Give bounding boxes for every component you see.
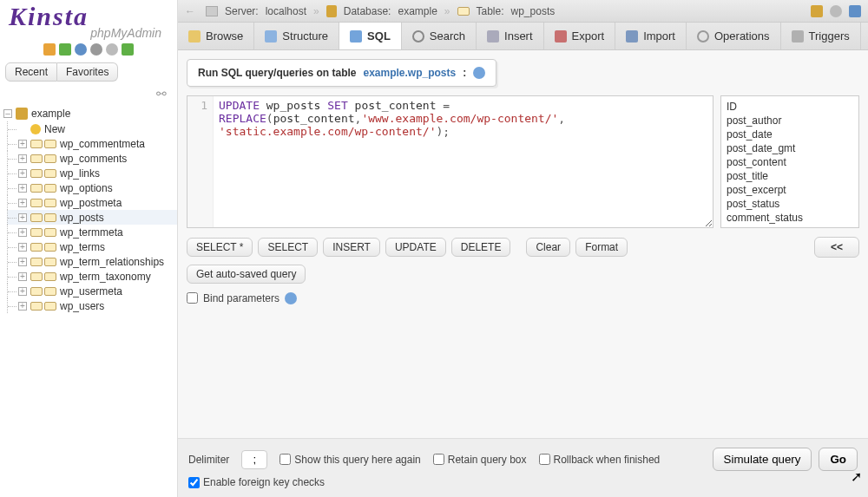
home-icon[interactable] (43, 43, 56, 56)
favorites-button[interactable]: Favorites (57, 62, 118, 82)
logout-icon[interactable] (59, 43, 71, 56)
collapse-columns-button[interactable]: << (814, 237, 859, 258)
go-button[interactable]: Go (819, 448, 858, 471)
delimiter-label: Delimiter (188, 454, 229, 466)
column-item[interactable]: post_status (727, 197, 853, 211)
column-item[interactable]: post_author (727, 114, 853, 128)
simulate-button[interactable]: Simulate query (713, 448, 812, 471)
expand-icon[interactable]: + (18, 213, 27, 222)
expand-icon[interactable]: + (18, 228, 27, 237)
tab-structure[interactable]: Structure (254, 23, 339, 49)
recent-button[interactable]: Recent (5, 62, 57, 82)
tree-item-label[interactable]: wp_users (60, 300, 104, 312)
expand-icon[interactable]: + (18, 272, 27, 281)
tab-export[interactable]: Export (544, 23, 616, 49)
tree-item-label[interactable]: wp_terms (60, 241, 105, 253)
help-icon[interactable] (285, 292, 297, 304)
sql-editor[interactable]: 1 UPDATE wp_posts SET post_content = REP… (187, 95, 713, 228)
expand-icon[interactable]: + (18, 243, 27, 252)
tree-item-label[interactable]: New (44, 123, 65, 135)
tree-item-label[interactable]: wp_termmeta (60, 226, 123, 239)
expand-icon[interactable]: + (18, 199, 27, 207)
tree-item[interactable]: +wp_term_relationships (7, 254, 177, 269)
tree-item[interactable]: +wp_usermeta (7, 284, 177, 298)
tree-item[interactable]: +wp_options (7, 180, 177, 195)
settings-icon[interactable] (830, 5, 842, 17)
foreign-keys-checkbox[interactable] (188, 477, 200, 488)
tree-item-label[interactable]: wp_options (60, 182, 113, 194)
tree-item-label[interactable]: wp_posts (60, 212, 104, 224)
tree-item-label[interactable]: wp_postmeta (60, 197, 122, 209)
database-name[interactable]: example (31, 108, 70, 120)
tab-browse[interactable]: Browse (178, 23, 254, 49)
tab-sql[interactable]: SQL (339, 23, 402, 49)
tree-item-label[interactable]: wp_term_relationships (60, 256, 164, 268)
tree-item[interactable]: +wp_terms (7, 239, 177, 254)
tree-item-label[interactable]: wp_usermeta (60, 285, 122, 298)
prompt-target[interactable]: example.wp_posts (363, 67, 456, 79)
tree-item[interactable]: +wp_comments (7, 151, 177, 166)
column-item[interactable]: post_date (727, 128, 853, 141)
tab-search[interactable]: Search (402, 23, 477, 49)
tree-item-label[interactable]: wp_links (60, 167, 100, 180)
column-item[interactable]: ping_status (727, 225, 853, 228)
show-again-checkbox[interactable] (279, 454, 291, 465)
rollback-checkbox[interactable] (539, 454, 550, 465)
retain-checkbox[interactable] (433, 454, 444, 465)
tree-item[interactable]: New (7, 121, 177, 136)
tab-import[interactable]: Import (615, 23, 687, 49)
column-item[interactable]: ID (727, 100, 853, 114)
column-item[interactable]: post_excerpt (727, 183, 853, 197)
tree-item-label[interactable]: wp_term_taxonomy (60, 271, 151, 283)
back-icon[interactable]: ← (185, 5, 199, 17)
autosave-button[interactable]: Get auto-saved query (187, 265, 306, 284)
tree-item[interactable]: +wp_postmeta (7, 195, 177, 210)
tab-insert[interactable]: Insert (477, 23, 544, 49)
clear-button[interactable]: Clear (526, 238, 570, 257)
tree-item[interactable]: +wp_commentmeta (7, 136, 177, 151)
expand-icon[interactable]: + (18, 154, 27, 163)
select-star-button[interactable]: SELECT * (187, 238, 253, 257)
expand-icon[interactable]: + (18, 184, 27, 193)
gear-icon[interactable] (106, 43, 118, 56)
tree-root[interactable]: – example (2, 106, 177, 121)
database-name[interactable]: example (398, 5, 437, 17)
expand-icon[interactable]: + (18, 258, 27, 266)
nav-settings-icon[interactable] (90, 43, 102, 56)
tree-item[interactable]: +wp_posts (7, 210, 177, 225)
tree-item[interactable]: +wp_users (7, 298, 177, 313)
column-item[interactable]: comment_status (727, 211, 853, 225)
column-item[interactable]: post_title (727, 169, 853, 183)
insert-button[interactable]: INSERT (323, 238, 380, 257)
table-name[interactable]: wp_posts (511, 5, 556, 17)
expand-icon[interactable]: + (18, 169, 27, 178)
tree-item[interactable]: +wp_term_taxonomy (7, 269, 177, 284)
expand-icon[interactable]: + (18, 287, 27, 296)
delete-button[interactable]: DELETE (451, 238, 511, 257)
tree-item[interactable]: +wp_termmeta (7, 225, 177, 239)
server-name[interactable]: localhost (266, 5, 306, 17)
update-button[interactable]: UPDATE (385, 238, 446, 257)
bind-params-checkbox[interactable] (187, 292, 198, 304)
collapse-icon[interactable]: – (3, 109, 12, 118)
expand-icon[interactable]: + (18, 140, 27, 148)
tree-item[interactable]: +wp_links (7, 166, 177, 180)
tree-item-label[interactable]: wp_comments (60, 153, 127, 165)
help-icon[interactable] (473, 67, 485, 79)
expand-icon[interactable]: + (18, 302, 27, 311)
docs-icon[interactable] (75, 43, 87, 56)
page-settings-icon[interactable] (849, 5, 861, 17)
tab-operations[interactable]: Operations (687, 23, 781, 49)
tab-triggers[interactable]: Triggers (781, 23, 861, 49)
column-item[interactable]: post_content (727, 155, 853, 169)
favorite-icon[interactable] (811, 5, 823, 17)
delimiter-input[interactable] (241, 450, 267, 469)
column-item[interactable]: post_date_gmt (727, 141, 853, 155)
sql-code[interactable]: UPDATE wp_posts SET post_content = REPLA… (214, 96, 570, 227)
format-button[interactable]: Format (575, 238, 628, 257)
tree-item-label[interactable]: wp_commentmeta (60, 138, 145, 150)
link-icon[interactable]: ⚯ (0, 85, 177, 104)
refresh-icon[interactable] (122, 43, 134, 56)
columns-list[interactable]: IDpost_authorpost_datepost_date_gmtpost_… (720, 95, 859, 228)
select-button[interactable]: SELECT (258, 238, 318, 257)
